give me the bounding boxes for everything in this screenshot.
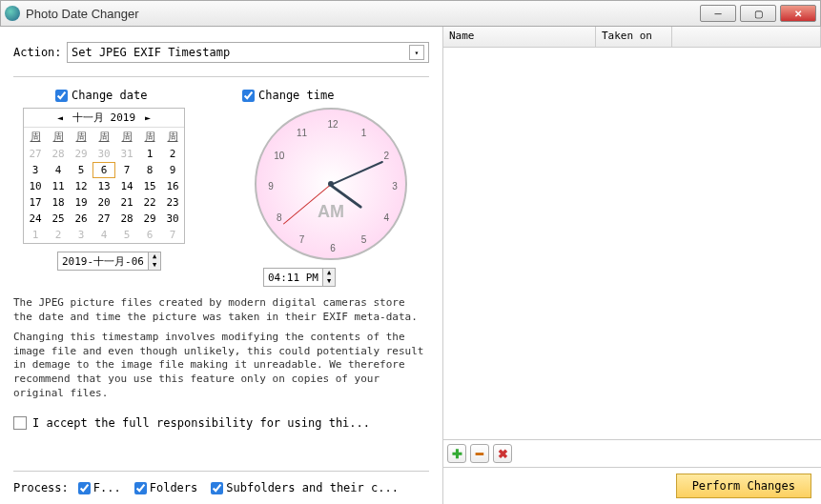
calendar-day[interactable]: 12	[70, 178, 92, 194]
process-item[interactable]: Subfolders and their c...	[211, 481, 399, 494]
process-item-label: Folders	[150, 481, 198, 494]
calendar-day[interactable]: 7	[161, 227, 184, 243]
add-button[interactable]: ✚	[447, 444, 466, 463]
calendar-day[interactable]: 21	[115, 194, 138, 211]
close-button[interactable]: ✕	[780, 5, 816, 22]
calendar-day[interactable]: 1	[138, 146, 161, 162]
action-label: Action:	[13, 46, 67, 59]
calendar-day[interactable]: 26	[70, 211, 92, 227]
time-value: 04:11 PM	[264, 272, 322, 284]
process-checkbox[interactable]	[134, 482, 147, 494]
calendar-day[interactable]: 15	[138, 178, 161, 194]
calendar-next[interactable]: ►	[141, 112, 154, 123]
minus-icon: ━	[476, 447, 483, 461]
change-time-checkbox[interactable]: Change time	[242, 89, 429, 102]
calendar-day[interactable]: 3	[24, 162, 47, 178]
clock-number: 7	[299, 234, 305, 245]
calendar-day[interactable]: 11	[47, 178, 70, 194]
date-down[interactable]: ▼	[149, 261, 160, 270]
clock-number: 9	[268, 181, 274, 192]
calendar-day[interactable]: 6	[138, 227, 161, 243]
process-label: Process:	[13, 481, 69, 494]
time-up[interactable]: ▲	[323, 269, 335, 277]
calendar-day[interactable]: 7	[115, 162, 138, 178]
calendar-day[interactable]: 25	[47, 211, 70, 227]
clock-number: 8	[277, 212, 282, 222]
calendar-day[interactable]: 28	[47, 146, 70, 162]
accept-label: I accept the full responsibility for usi…	[32, 416, 370, 430]
clock-center	[328, 181, 334, 187]
clock-number: 4	[384, 212, 390, 222]
calendar-weekday: 周	[161, 128, 184, 146]
description-p2: Changing this timestamp involves modifyi…	[13, 331, 429, 401]
calendar-day[interactable]: 28	[115, 211, 138, 227]
calendar-day[interactable]: 3	[70, 227, 92, 243]
calendar-day[interactable]: 17	[24, 194, 47, 211]
calendar-day[interactable]: 5	[70, 162, 92, 178]
clock-ampm: AM	[318, 202, 344, 222]
remove-button[interactable]: ━	[470, 444, 489, 463]
calendar-day[interactable]: 1	[24, 227, 47, 243]
process-item[interactable]: Folders	[134, 481, 198, 494]
action-dropdown[interactable]: Set JPEG EXIF Timestamp ▾	[67, 42, 429, 63]
calendar-day[interactable]: 4	[47, 162, 70, 178]
date-up[interactable]: ▲	[149, 252, 160, 261]
change-date-checkbox[interactable]: Change date	[55, 89, 204, 102]
time-spinner[interactable]: 04:11 PM ▲▼	[263, 268, 336, 287]
calendar-day[interactable]: 10	[24, 178, 47, 194]
process-checkbox[interactable]	[78, 482, 91, 494]
time-down[interactable]: ▼	[323, 277, 335, 286]
calendar-day[interactable]: 18	[47, 194, 70, 211]
calendar-day[interactable]: 30	[161, 211, 184, 227]
clock-number: 11	[297, 127, 307, 137]
calendar-prev[interactable]: ◄	[53, 112, 67, 123]
perform-changes-button[interactable]: Perform Changes	[676, 474, 811, 498]
calendar-day[interactable]: 8	[138, 162, 161, 178]
app-icon	[5, 6, 20, 21]
calendar-day[interactable]: 13	[92, 178, 115, 194]
change-time-input[interactable]	[242, 90, 255, 102]
calendar-weekday: 周	[115, 128, 138, 146]
clock[interactable]: AM 121234567891011	[255, 108, 407, 260]
table-header: NameTaken on	[443, 27, 821, 48]
calendar-day[interactable]: 4	[92, 227, 115, 243]
calendar-day[interactable]: 30	[92, 146, 115, 162]
delete-button[interactable]: ✖	[493, 444, 512, 463]
calendar-day[interactable]: 16	[161, 178, 184, 194]
change-date-input[interactable]	[55, 90, 68, 102]
process-checkbox[interactable]	[211, 482, 223, 494]
calendar-day[interactable]: 6	[92, 162, 115, 178]
calendar-day[interactable]: 2	[47, 227, 70, 243]
accept-checkbox[interactable]	[13, 416, 27, 430]
calendar-day[interactable]: 5	[115, 227, 138, 243]
change-time-label: Change time	[258, 89, 334, 102]
calendar-weekday: 周	[47, 128, 70, 146]
calendar-day[interactable]: 29	[70, 146, 92, 162]
calendar-day[interactable]: 24	[24, 211, 47, 227]
calendar-day[interactable]: 22	[138, 194, 161, 211]
clock-number: 2	[384, 150, 390, 160]
date-spinner[interactable]: 2019-十一月-06 ▲▼	[57, 252, 161, 271]
table-column-header[interactable]	[672, 27, 821, 47]
calendar-day[interactable]: 31	[115, 146, 138, 162]
maximize-button[interactable]: ▢	[740, 5, 776, 22]
calendar-day[interactable]: 27	[92, 211, 115, 227]
calendar-day[interactable]: 19	[70, 194, 92, 211]
titlebar: Photo Date Changer ─ ▢ ✕	[0, 0, 821, 27]
calendar-day[interactable]: 14	[115, 178, 138, 194]
calendar[interactable]: ◄ 十一月 2019 ► 周周周周周周周27282930311234567891…	[23, 108, 185, 244]
process-item[interactable]: F...	[78, 481, 121, 494]
calendar-day[interactable]: 29	[138, 211, 161, 227]
calendar-day[interactable]: 2	[161, 146, 184, 162]
calendar-day[interactable]: 9	[161, 162, 184, 178]
calendar-day[interactable]: 23	[161, 194, 184, 211]
calendar-day[interactable]: 20	[92, 194, 115, 211]
table-column-header[interactable]: Taken on	[596, 27, 672, 47]
description-p1: The JPEG picture files created by modern…	[13, 296, 429, 325]
plus-icon: ✚	[452, 447, 462, 461]
calendar-weekday: 周	[24, 128, 47, 146]
table-column-header[interactable]: Name	[443, 27, 596, 47]
minimize-button[interactable]: ─	[700, 5, 736, 22]
calendar-day[interactable]: 27	[24, 146, 47, 162]
calendar-title: 十一月 2019	[72, 111, 135, 125]
